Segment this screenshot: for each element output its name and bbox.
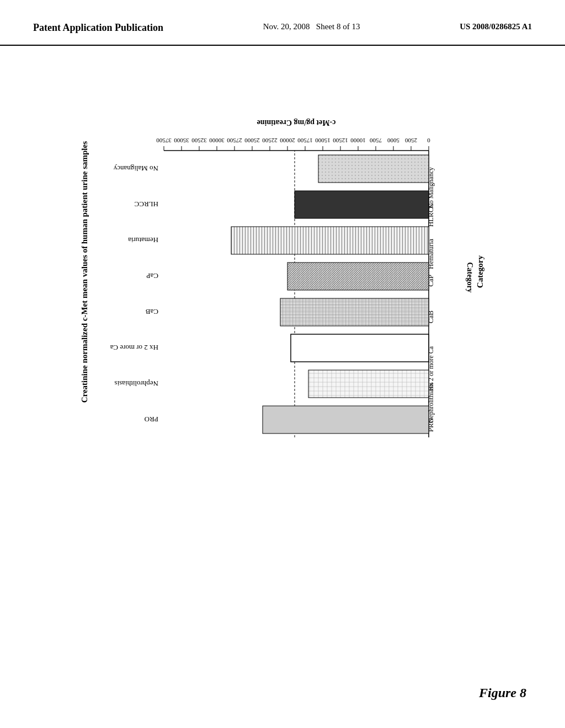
svg-text:PRO: PRO bbox=[145, 415, 158, 424]
svg-rect-57 bbox=[291, 334, 429, 362]
svg-rect-53 bbox=[263, 406, 429, 433]
figure-label-text: Figure 8 bbox=[479, 686, 526, 700]
svg-text:Hematuria: Hematuria bbox=[128, 236, 158, 244]
svg-text:No Malignancy: No Malignancy bbox=[113, 164, 158, 173]
page-header: Patent Application Publication Nov. 20, … bbox=[0, 0, 565, 46]
svg-text:17500: 17500 bbox=[297, 137, 313, 144]
svg-text:CaB: CaB bbox=[146, 308, 158, 316]
svg-text:5000: 5000 bbox=[387, 137, 400, 144]
svg-rect-67 bbox=[318, 155, 429, 183]
svg-text:15000: 15000 bbox=[315, 137, 331, 144]
chart-svg: 0 2500 5000 7500 10000 bbox=[98, 106, 473, 448]
svg-text:Hematuria: Hematuria bbox=[427, 239, 435, 269]
publication-title: Patent Application Publication bbox=[33, 22, 163, 34]
y-axis-label: Creatinine normalized c-Met mean values … bbox=[80, 141, 89, 403]
publication-date-sheet: Nov. 20, 2008 Sheet 8 of 13 bbox=[263, 22, 360, 31]
svg-text:37500: 37500 bbox=[156, 137, 172, 144]
svg-text:7500: 7500 bbox=[370, 137, 382, 144]
svg-text:HLRCC: HLRCC bbox=[135, 200, 158, 208]
publication-date: Nov. 20, 2008 bbox=[263, 22, 310, 31]
svg-text:c-Met pg/mg Creatinine: c-Met pg/mg Creatinine bbox=[257, 119, 336, 127]
svg-text:25000: 25000 bbox=[244, 137, 260, 144]
svg-rect-63 bbox=[231, 227, 429, 254]
svg-rect-55 bbox=[308, 370, 429, 398]
svg-text:32500: 32500 bbox=[191, 137, 207, 144]
figure-label: Figure 8 bbox=[479, 686, 526, 700]
svg-text:Nephrolithiasis: Nephrolithiasis bbox=[115, 379, 158, 388]
svg-rect-61 bbox=[287, 263, 429, 290]
category-axis-label: Category bbox=[466, 262, 473, 292]
sheet-info: Sheet 8 of 13 bbox=[316, 22, 360, 31]
category-label: Category bbox=[476, 255, 485, 288]
svg-rect-65 bbox=[295, 191, 429, 218]
svg-rect-59 bbox=[280, 298, 429, 326]
svg-text:20000: 20000 bbox=[280, 137, 295, 144]
svg-text:CaP: CaP bbox=[146, 272, 158, 280]
svg-text:30000: 30000 bbox=[209, 137, 225, 144]
svg-text:0: 0 bbox=[427, 137, 430, 144]
svg-text:12500: 12500 bbox=[333, 137, 348, 144]
chart-area: 0 2500 5000 7500 10000 bbox=[98, 106, 473, 437]
svg-text:27500: 27500 bbox=[227, 137, 242, 144]
svg-text:Hx 2 or more Ca: Hx 2 or more Ca bbox=[427, 346, 435, 390]
main-content: Creatinine normalized c-Met mean values … bbox=[0, 46, 565, 459]
svg-text:22500: 22500 bbox=[262, 137, 278, 144]
publication-number: US 2008/0286825 A1 bbox=[460, 22, 532, 31]
svg-text:CaB: CaB bbox=[427, 311, 435, 323]
svg-text:35000: 35000 bbox=[174, 137, 189, 144]
svg-text:CaP: CaP bbox=[427, 275, 435, 287]
svg-text:10000: 10000 bbox=[350, 137, 366, 144]
svg-text:Hx 2 or more Ca: Hx 2 or more Ca bbox=[110, 344, 158, 352]
svg-text:2500: 2500 bbox=[405, 137, 418, 144]
svg-text:No Malignancy: No Malignancy bbox=[427, 167, 435, 208]
